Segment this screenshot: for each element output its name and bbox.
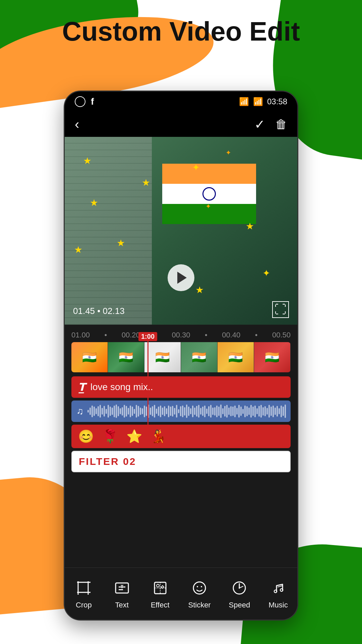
- text-label: Text: [115, 601, 129, 609]
- ruler-marker-4: 00.40: [222, 331, 240, 339]
- timeline-area: 01.00 • 00.20 • 00.30 • 00.40 • 00.50 1:…: [65, 325, 297, 478]
- building-background: [65, 137, 152, 325]
- confirm-button[interactable]: ✓: [254, 117, 265, 132]
- star-decoration-1: ★: [83, 155, 92, 166]
- effect-label: Effect: [151, 601, 170, 609]
- bottom-toolbar: Crop T Text: [65, 568, 297, 620]
- star-decoration-2: ★: [142, 177, 150, 188]
- video-thumb-5: 🇮🇳: [218, 342, 254, 372]
- svg-point-16: [157, 584, 159, 587]
- star-glow-2: ✦: [205, 202, 211, 210]
- speed-icon: [229, 578, 249, 598]
- ruler-marker-2: 00.20: [122, 331, 140, 339]
- video-player[interactable]: ★ ★ ✦ ★ ★ ★ ✦ ★ ★ ✦ ✦ 01.45 • 02.13 ⛶: [65, 137, 297, 325]
- ruler-marker-1: 01.00: [71, 331, 90, 339]
- speed-label: Speed: [229, 601, 250, 609]
- star-decoration-5: ★: [117, 237, 125, 249]
- toolbar-music[interactable]: Music: [268, 578, 288, 609]
- star-decoration-8: ★: [74, 244, 82, 255]
- video-filmstrip[interactable]: 🇮🇳 🇮🇳 🇮🇳 🇮🇳 🇮🇳 🇮🇳: [71, 342, 291, 372]
- audio-waveform: [87, 405, 286, 418]
- toolbar-text[interactable]: T Text: [112, 578, 132, 609]
- video-thumb-1: 🇮🇳: [71, 342, 108, 372]
- status-app-icon: [75, 96, 85, 107]
- indian-flag: [162, 164, 256, 224]
- ruler-dot-4: •: [255, 331, 258, 339]
- status-bar-right: 📶 📶 03:58: [239, 97, 287, 106]
- text-track[interactable]: T̲ love song mix..: [71, 376, 291, 398]
- toolbar-effect[interactable]: Effect: [150, 578, 170, 609]
- ruler-dot-1: •: [105, 331, 107, 339]
- star-decoration-3: ✦: [192, 162, 200, 173]
- svg-point-17: [193, 582, 205, 594]
- fullscreen-button[interactable]: ⛶: [272, 301, 289, 318]
- svg-point-23: [280, 589, 283, 591]
- star-glow-1: ✦: [226, 149, 231, 157]
- crop-icon: [74, 578, 94, 598]
- toolbar-speed[interactable]: Speed: [229, 578, 250, 609]
- toolbar-crop[interactable]: Crop: [74, 578, 94, 609]
- video-thumb-6: 🇮🇳: [254, 342, 291, 372]
- back-button[interactable]: ‹: [75, 117, 79, 132]
- effect-icon: [150, 578, 170, 598]
- nav-right-buttons: ✓ 🗑: [254, 117, 287, 132]
- music-icon: [268, 578, 288, 598]
- svg-rect-0: [78, 582, 88, 592]
- crop-label: Crop: [76, 601, 92, 609]
- play-button[interactable]: [168, 264, 194, 291]
- sticker-2: 🌹: [102, 429, 118, 444]
- app-title: Custom Video Edit: [0, 17, 362, 46]
- svg-point-21: [239, 587, 240, 589]
- ruler-marker-5: 00.50: [272, 331, 291, 339]
- video-time-display: 01.45 • 02.13: [73, 306, 125, 316]
- video-thumb-4: 🇮🇳: [181, 342, 218, 372]
- status-bar: f 📶 📶 03:58: [65, 92, 297, 112]
- sticker-label: Sticker: [188, 601, 210, 609]
- filter-track[interactable]: FILTER 02: [71, 451, 291, 472]
- flag-white-stripe: [162, 184, 256, 204]
- clock-time: 03:58: [267, 97, 287, 106]
- text-icon: T: [112, 578, 132, 598]
- signal-icon: 📶: [253, 97, 263, 106]
- star-decoration-6: ★: [246, 221, 254, 232]
- timeline-marker: 1:00: [138, 332, 157, 435]
- svg-point-22: [274, 590, 277, 593]
- ashoka-wheel: [202, 187, 216, 201]
- timeline-ruler: 01.00 • 00.20 • 00.30 • 00.40 • 00.50: [65, 328, 297, 342]
- ruler-marker-3: 00.30: [172, 331, 190, 339]
- filter-label: FILTER 02: [79, 456, 136, 467]
- video-strip-container: 1:00 🇮🇳 🇮🇳 🇮🇳 🇮🇳 🇮🇳: [65, 342, 297, 372]
- sticker-track[interactable]: 😊 🌹 ⭐ 💃: [71, 425, 291, 448]
- star-decoration-4: ★: [90, 197, 98, 208]
- svg-rect-13: [155, 582, 166, 594]
- status-bar-left: f: [75, 96, 94, 107]
- phone-mockup: f 📶 📶 03:58 ‹ ✓ 🗑 ★ ★ ✦ ★ ★: [64, 91, 298, 621]
- timeline-marker-badge: 1:00: [138, 332, 157, 341]
- star-decoration-9: ★: [195, 284, 204, 296]
- svg-text:T: T: [120, 584, 123, 589]
- svg-point-19: [201, 586, 202, 587]
- navigation-bar: ‹ ✓ 🗑: [65, 112, 297, 137]
- main-title-container: Custom Video Edit: [0, 17, 362, 46]
- flag-orange-stripe: [162, 164, 256, 184]
- toolbar-sticker[interactable]: Sticker: [188, 578, 210, 609]
- delete-button[interactable]: 🗑: [275, 117, 287, 131]
- svg-point-18: [197, 586, 198, 587]
- facebook-icon: f: [91, 96, 94, 107]
- wifi-icon: 📶: [239, 97, 249, 106]
- audio-track[interactable]: ♫: [71, 400, 291, 422]
- music-label: Music: [268, 601, 288, 609]
- sticker-icon: [189, 578, 209, 598]
- sticker-1: 😊: [78, 429, 94, 444]
- text-track-icon: T̲: [78, 381, 85, 393]
- timeline-marker-line: [147, 341, 148, 435]
- ruler-dot-3: •: [205, 331, 207, 339]
- star-decoration-7: ✦: [262, 268, 270, 279]
- audio-track-icon: ♫: [76, 406, 83, 417]
